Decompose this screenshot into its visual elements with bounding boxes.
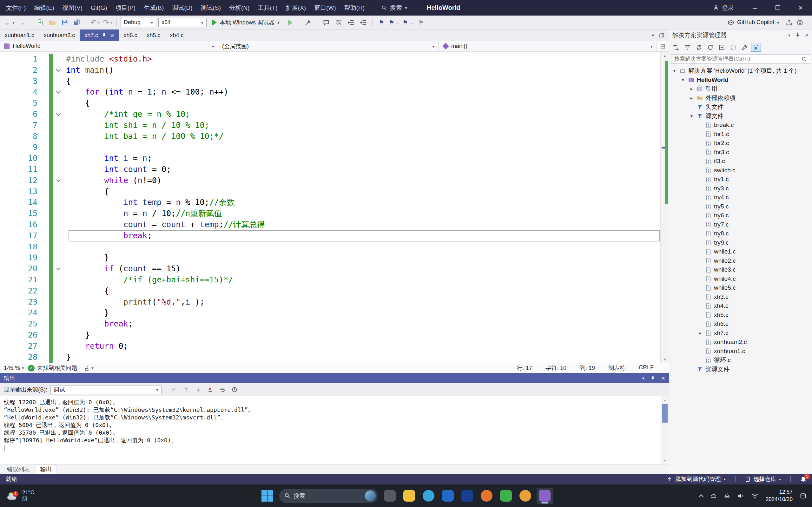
zoom-control[interactable]: 145 % ▾ (4, 365, 24, 372)
breakpoint-gutter[interactable] (0, 197, 19, 208)
fold-gutter[interactable] (53, 307, 64, 319)
menu-item[interactable]: 测试(S) (197, 0, 225, 15)
start-debugging-button[interactable]: 本地 Windows 调试器 ▾ (209, 17, 283, 27)
tree-item[interactable]: Ctry8.c (669, 229, 812, 238)
scroll-up-icon[interactable]: ▴ (661, 52, 669, 59)
maximize-button[interactable] (766, 0, 789, 15)
start-button[interactable] (259, 488, 275, 504)
fold-collapse-icon[interactable] (56, 67, 61, 72)
code-line[interactable]: 7 int shi = n / 10 % 10; (0, 120, 660, 131)
preview-selected-items-button[interactable] (751, 43, 761, 52)
sync-with-active-document-button[interactable] (694, 43, 704, 52)
tree-item[interactable]: 资源文件 (669, 365, 812, 374)
split-editor-button[interactable] (657, 41, 669, 51)
scroll-up-icon[interactable]: ▴ (661, 396, 669, 404)
switch-views-button[interactable] (671, 43, 681, 52)
breakpoint-gutter[interactable] (0, 352, 19, 363)
undo-button[interactable]: ↶▾ (90, 17, 100, 27)
tree-item[interactable]: ▾解决方案 'HelloWorld' (1 个项目, 共 1 个) (669, 66, 812, 75)
code-line[interactable]: 10 int i = n; (0, 153, 660, 164)
tree-item[interactable]: Cbreak.c (669, 121, 812, 130)
onedrive-cloud-icon[interactable] (710, 492, 717, 499)
new-file-button[interactable] (35, 17, 45, 27)
solution-platform-select[interactable]: x64▾ (158, 18, 207, 27)
code-line[interactable]: 12 while (n!=0) (0, 175, 660, 186)
editor-scrollbar[interactable]: ▴ ▾ (660, 52, 669, 363)
breakpoint-gutter[interactable] (0, 307, 19, 319)
code-line[interactable]: 13 { (0, 186, 660, 198)
start-without-debugging-button[interactable] (285, 17, 295, 27)
fold-gutter[interactable] (53, 153, 64, 164)
tree-item[interactable]: Cwhile4.c (669, 274, 812, 284)
tree-item[interactable]: Ctry4.c (669, 193, 812, 202)
properties-button[interactable] (740, 43, 750, 52)
fold-gutter[interactable] (53, 65, 64, 76)
tree-item[interactable]: Cswitch.c (669, 166, 812, 175)
fold-gutter[interactable] (53, 274, 64, 286)
pin-icon[interactable] (102, 33, 107, 38)
close-icon[interactable]: × (661, 374, 665, 382)
refresh-button[interactable] (705, 43, 715, 52)
pending-changes-filter-button[interactable] (683, 43, 692, 52)
breakpoint-gutter[interactable] (0, 286, 19, 297)
taskbar-file-explorer-icon[interactable] (401, 488, 418, 504)
fold-gutter[interactable] (53, 109, 64, 120)
fold-gutter[interactable] (53, 219, 64, 230)
breakpoint-gutter[interactable] (0, 153, 19, 164)
breakpoint-gutter[interactable] (0, 109, 19, 120)
code-line[interactable]: 4 for (int n = 1; n <= 100; n++) (0, 87, 660, 98)
breakpoint-gutter[interactable] (0, 175, 19, 186)
code-line[interactable]: 14 int temp = n % 10;//余数 (0, 197, 660, 208)
code-line[interactable]: 8 int bai = n / 100 % 10;*/ (0, 131, 660, 142)
member-dropdown[interactable]: main() ▾ (439, 41, 657, 51)
taskbar-mail-icon[interactable] (440, 488, 456, 504)
breakpoint-gutter[interactable] (0, 164, 19, 175)
tree-item[interactable]: ▾CHelloWorld (669, 75, 812, 85)
breakpoint-gutter[interactable] (0, 186, 19, 198)
window-position-chevron-icon[interactable]: ▾ (642, 376, 644, 381)
fold-gutter[interactable] (53, 208, 64, 219)
breakpoint-gutter[interactable] (0, 219, 19, 230)
fold-gutter[interactable] (53, 319, 64, 330)
tabs-indicator[interactable]: 制表符 (608, 364, 625, 372)
taskbar-firefox-icon[interactable] (478, 488, 495, 504)
breakpoint-gutter[interactable] (0, 131, 19, 142)
tree-item[interactable]: Ctry7.c (669, 220, 812, 229)
network-icon[interactable] (751, 492, 758, 499)
fold-gutter[interactable] (53, 297, 64, 308)
output-text-area[interactable]: 线程 12200 已退出，返回值为 0 (0x0)。“HelloWorld.ex… (0, 396, 669, 464)
sign-in-button[interactable]: 登录 (713, 4, 734, 12)
document-tab[interactable]: xh5.c (142, 30, 165, 41)
fold-gutter[interactable] (53, 241, 64, 252)
tree-expand-arrow[interactable]: ▸ (697, 330, 703, 336)
pin-icon[interactable] (795, 33, 800, 38)
clock[interactable]: 12:57 2024/10/20 (766, 489, 793, 503)
breakpoint-gutter[interactable] (0, 274, 19, 286)
menu-item[interactable]: 调试(D) (168, 0, 196, 15)
fold-collapse-icon[interactable] (56, 111, 61, 116)
toggle-bookmark-button[interactable]: ⚑ (376, 17, 387, 27)
fold-gutter[interactable] (53, 352, 64, 363)
code-editor[interactable]: 1#include <stdio.h>2int main()3{4 for (i… (0, 52, 669, 363)
save-button[interactable] (60, 17, 70, 27)
search-highlight-image[interactable] (365, 491, 376, 501)
tray-overflow-chevron-icon[interactable] (699, 494, 704, 499)
menu-item[interactable]: 帮助(H) (340, 0, 369, 15)
tree-expand-arrow[interactable]: ▸ (689, 86, 694, 92)
scroll-down-icon[interactable]: ▾ (661, 355, 669, 363)
solution-explorer-search[interactable] (671, 54, 810, 64)
code-line[interactable]: 6 /*int ge = n % 10; (0, 109, 660, 120)
solution-search-input[interactable] (674, 56, 799, 62)
fold-gutter[interactable] (53, 230, 64, 241)
fold-gutter[interactable] (53, 330, 64, 341)
code-line[interactable]: 19 } (0, 252, 660, 263)
breakpoint-gutter[interactable] (0, 230, 19, 241)
code-line[interactable]: 15 n = n / 10;//n重新赋值 (0, 208, 660, 219)
fold-collapse-icon[interactable] (56, 89, 61, 94)
breakpoint-gutter[interactable] (0, 297, 19, 308)
taskbar-music-icon[interactable] (517, 488, 534, 504)
fold-gutter[interactable] (53, 76, 64, 87)
close-button[interactable]: × (789, 0, 812, 15)
tree-item[interactable]: Ctry3.c (669, 184, 812, 193)
redo-button[interactable]: ↷▾ (103, 17, 113, 27)
